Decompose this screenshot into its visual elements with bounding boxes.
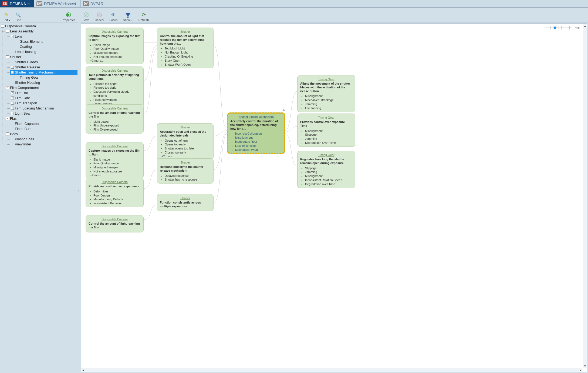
net-card[interactable]: ShutterRespond quickly to the shutter re…: [157, 158, 214, 184]
tree-node[interactable]: −Disposable Camera: [1, 24, 77, 29]
collapse-icon[interactable]: −: [11, 71, 14, 74]
card-title[interactable]: Disposable Camera: [89, 107, 141, 110]
net-card[interactable]: Disposable CameraTake pictures in a vari…: [86, 66, 144, 108]
expand-icon[interactable]: +: [11, 112, 14, 115]
card-title[interactable]: Shutter: [160, 126, 211, 129]
tree-node[interactable]: Lens Housing: [10, 49, 77, 54]
tab-dfmea-worksheet[interactable]: DW DFMEA Worksheet: [34, 0, 81, 7]
card-title[interactable]: Disposable Camera: [89, 145, 141, 148]
save-button[interactable]: ✓ Save: [83, 12, 89, 22]
net-card[interactable]: Shutter Timing MechanismAccurately contr…: [227, 112, 285, 154]
tree-node[interactable]: −Body: [5, 131, 77, 136]
tree-node[interactable]: Shutter Blades: [10, 59, 77, 65]
card-title[interactable]: Shutter: [160, 161, 211, 164]
focus-button[interactable]: Focus: [109, 12, 117, 22]
tree-node[interactable]: Viewfinder: [10, 142, 77, 147]
find-button[interactable]: Find: [15, 12, 21, 22]
zoom-thumb[interactable]: [554, 26, 556, 29]
tree-leaf-icon: [11, 122, 14, 125]
card-title[interactable]: Shutter: [160, 30, 211, 33]
zoom-slider[interactable]: [545, 25, 572, 30]
card-title[interactable]: Shutter: [160, 197, 211, 200]
tree-node-label: Shutter Housing: [15, 81, 40, 85]
tree[interactable]: −Disposable Camera−Lens Assembly−LensGla…: [0, 22, 78, 373]
expand-icon[interactable]: +: [11, 66, 14, 69]
tree-node[interactable]: Flash Capacitor: [10, 121, 77, 126]
tree-node[interactable]: Timing Gear: [15, 75, 77, 80]
show-button[interactable]: Show▼: [123, 12, 133, 22]
expand-icon[interactable]: +: [11, 102, 14, 105]
expand-icon[interactable]: +: [11, 91, 14, 94]
tree-node[interactable]: Glass Element: [15, 39, 77, 44]
collapse-icon[interactable]: −: [6, 86, 9, 89]
card-more[interactable]: +2 more...: [89, 59, 141, 62]
tree-node[interactable]: −Film Compartment: [5, 85, 77, 90]
net-card[interactable]: Timing GearProvides control over exposur…: [297, 114, 355, 147]
zoom-control[interactable]: 78%: [545, 25, 580, 30]
properties-button[interactable]: Properties: [62, 12, 75, 22]
card-item: Degradation over Time: [305, 182, 352, 186]
tree-node[interactable]: Coating: [15, 44, 77, 49]
expand-icon[interactable]: +: [11, 96, 14, 99]
card-more[interactable]: +2 more...: [89, 174, 141, 177]
tree-node[interactable]: +Film Gate: [10, 95, 77, 101]
tab-dfmea-net[interactable]: DN DFMEA Net: [0, 0, 34, 7]
card-title[interactable]: Disposable Camera: [89, 180, 141, 184]
edit-button[interactable]: Edit▼: [3, 12, 11, 22]
x-icon: ✕: [96, 12, 102, 18]
scroll-left-icon[interactable]: ◂: [81, 368, 85, 372]
card-title[interactable]: Disposable Camera: [89, 69, 141, 72]
net-card[interactable]: Disposable CameraCapture images by expos…: [86, 142, 144, 179]
scroll-right-icon[interactable]: ▸: [579, 368, 582, 372]
pencil-icon[interactable]: ✎: [282, 109, 285, 112]
splitter[interactable]: [78, 8, 80, 373]
cancel-button[interactable]: ✕ Cancel: [95, 12, 104, 22]
card-title[interactable]: Disposable Camera: [89, 30, 141, 33]
net-card[interactable]: ShutterFunction consistently across mult…: [157, 194, 214, 211]
collapse-icon[interactable]: −: [6, 55, 9, 58]
card-title[interactable]: Timing Gear: [300, 78, 352, 81]
net-card[interactable]: ShutterControl the amount of light that …: [157, 28, 214, 68]
canvas[interactable]: 78% Disposable CameraCapture images by e…: [81, 24, 587, 372]
tab-dvpr[interactable]: DV DVP&R: [81, 0, 108, 7]
tree-node[interactable]: Flash Bulb: [10, 126, 77, 131]
net-card[interactable]: Disposable CameraCapture images by expos…: [86, 28, 144, 64]
tree-node[interactable]: +Shutter Release: [10, 65, 77, 70]
card-title[interactable]: Disposable Camera: [89, 218, 141, 221]
card-title[interactable]: Shutter Timing Mechanism: [230, 115, 282, 118]
tree-node[interactable]: +Film Roll: [10, 90, 77, 95]
tree-node[interactable]: +Film Transport: [10, 101, 77, 106]
card-title[interactable]: Timing Gear: [300, 153, 352, 156]
tree-node[interactable]: −Shutter Timing Mechanism: [10, 70, 77, 75]
collapse-icon[interactable]: −: [6, 117, 9, 120]
tree-node[interactable]: Plastic Shell: [10, 136, 77, 142]
collapse-icon[interactable]: −: [6, 132, 9, 135]
tree-node[interactable]: Shutter Housing: [10, 80, 77, 85]
collapse-icon[interactable]: −: [1, 25, 4, 28]
tree-node[interactable]: −Flash: [5, 116, 77, 121]
refresh-button[interactable]: Refresh: [138, 12, 149, 22]
scroll-down-icon[interactable]: ▾: [583, 364, 587, 368]
card-item-list: Blank ImagePoor Quality ImageMisaligned …: [89, 158, 141, 174]
card-title[interactable]: Timing Gear: [300, 116, 352, 119]
net-card[interactable]: Disposable CameraControl the amount of l…: [86, 215, 144, 232]
tree-node[interactable]: −Shutter: [5, 54, 77, 59]
collapse-icon[interactable]: −: [11, 35, 14, 38]
card-more[interactable]: +2 more...: [160, 155, 211, 158]
net-card[interactable]: Timing GearRegulates how long the shutte…: [297, 151, 355, 188]
scroll-up-icon[interactable]: ▴: [583, 24, 587, 28]
collapse-icon[interactable]: −: [6, 30, 9, 33]
vertical-scrollbar[interactable]: ▴ ▾: [583, 24, 587, 368]
expand-icon[interactable]: +: [11, 107, 14, 110]
card-item: Incorrect Calibration: [235, 132, 282, 136]
chevron-down-icon: ▼: [8, 19, 11, 22]
horizontal-scrollbar[interactable]: ◂ ▸: [81, 368, 582, 372]
tree-node[interactable]: +Film Loading Mechanism: [10, 106, 77, 111]
net-card[interactable]: Disposable CameraControl the amount of l…: [86, 104, 144, 134]
net-card[interactable]: Disposable CameraProvide an positive use…: [86, 178, 144, 207]
net-card[interactable]: Timing GearAligns the movement of the sh…: [297, 75, 355, 112]
tree-node[interactable]: −Lens Assembly: [5, 29, 77, 34]
tree-node[interactable]: −Lens: [10, 34, 77, 39]
net-card[interactable]: ShutterAccurately open and close at the …: [157, 123, 214, 160]
tree-node[interactable]: +Light Seal: [10, 111, 77, 116]
